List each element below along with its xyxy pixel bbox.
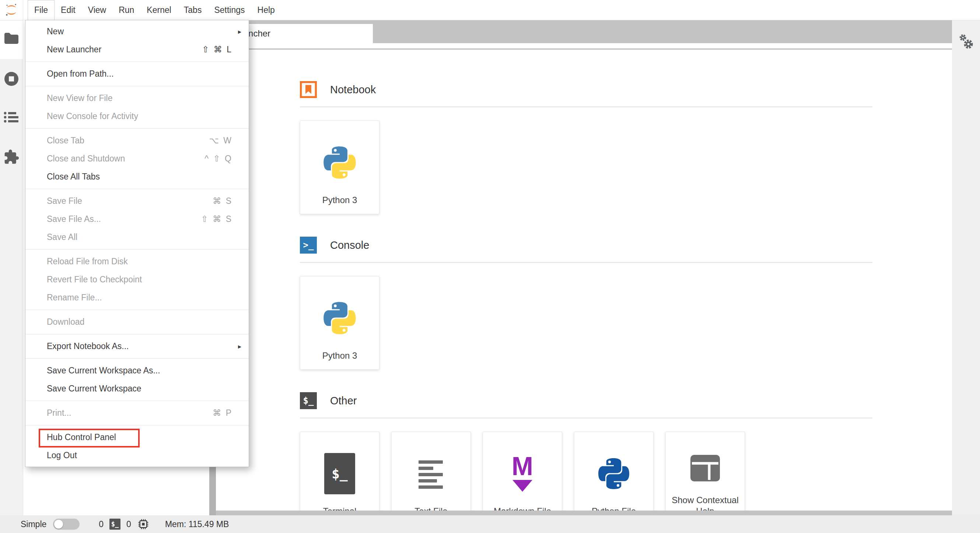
section-other-header: $_ Other	[300, 391, 872, 410]
menu-view[interactable]: View	[82, 0, 112, 20]
launcher-card-markdown-file[interactable]: M Markdown File	[483, 432, 562, 511]
python-file-icon	[595, 442, 632, 506]
menu-separator	[25, 128, 249, 129]
jupyter-logo	[0, 0, 23, 20]
submenu-arrow-icon: ▸	[238, 342, 241, 350]
notebook-icon	[300, 81, 317, 98]
menu-item-reload-file-from-disk: Reload File from Disk	[25, 252, 249, 271]
section-notebook: Notebook Python 3	[300, 80, 872, 214]
menu-separator	[25, 189, 249, 189]
menu-item-save-file-as: Save File As... ⇧ ⌘ S	[25, 210, 249, 228]
right-sidebar	[952, 20, 980, 515]
terminal-icon: $_	[300, 392, 317, 409]
menu-settings[interactable]: Settings	[208, 0, 251, 20]
section-other: $_ Other $_ Terminal	[300, 391, 872, 511]
python-logo	[321, 131, 359, 195]
property-inspector-gears-icon[interactable]	[956, 32, 976, 53]
other-cards: $_ Terminal	[300, 432, 872, 511]
menu-help[interactable]: Help	[251, 0, 281, 20]
menu-item-new-launcher[interactable]: New Launcher ⇧ ⌘ L	[25, 41, 249, 59]
section-divider	[300, 107, 872, 107]
markdown-down-arrow	[512, 480, 532, 492]
annotation-highlight-box	[39, 429, 140, 447]
menu-item-save-current-workspace-as[interactable]: Save Current Workspace As...	[25, 362, 249, 380]
menu-item-new-view-for-file: New View for File	[25, 89, 249, 107]
shortcut: ⇧ ⌘ L	[202, 45, 232, 54]
menu-items: File Edit View Run Kernel Tabs Settings …	[28, 0, 281, 20]
launcher-card-python-file[interactable]: Python File	[574, 432, 654, 511]
launcher-card-console-python3[interactable]: Python 3	[300, 276, 379, 370]
left-sidebar	[0, 20, 23, 515]
console-cards: Python 3	[300, 276, 872, 370]
card-label: Python 3	[322, 350, 357, 361]
simple-mode-toggle[interactable]	[53, 519, 80, 530]
status-bar: Simple 0 $_ 0 Mem: 115.49 MB	[0, 515, 980, 533]
kernel-terminal-counts[interactable]: 0 $_ 0	[99, 518, 150, 530]
section-other-title: Other	[330, 395, 357, 407]
card-label: Show Contextual Help	[668, 495, 742, 511]
menu-separator	[25, 310, 249, 310]
card-label: Terminal	[323, 506, 356, 511]
tab-bar-lower-band	[216, 43, 952, 49]
menu-separator	[25, 86, 249, 86]
menu-separator	[25, 249, 249, 249]
sidebar-item-extensions[interactable]	[0, 149, 23, 165]
menu-item-close-all-tabs[interactable]: Close All Tabs	[25, 168, 249, 186]
menu-tabs[interactable]: Tabs	[178, 0, 208, 20]
menu-item-new-console-for-activity: New Console for Activity	[25, 107, 249, 125]
menu-item-new[interactable]: New ▸	[25, 22, 249, 41]
menu-item-download: Download	[25, 313, 249, 331]
menu-separator	[25, 358, 249, 359]
shortcut: ^ ⇧ Q	[204, 154, 232, 164]
sidebar-item-file-browser[interactable]	[0, 32, 23, 45]
menu-item-save-all: Save All	[25, 228, 249, 246]
menu-item-close-and-shutdown: Close and Shutdown ^ ⇧ Q	[25, 150, 249, 168]
section-console: >_ Console Py	[300, 236, 872, 370]
jupyterlab-window: File Edit View Run Kernel Tabs Settings …	[0, 0, 980, 533]
menu-item-hub-control-panel[interactable]: Hub Control Panel	[25, 428, 249, 446]
shortcut: ⌥ W	[209, 136, 232, 145]
markdown-icon: M	[512, 442, 533, 506]
launcher-panel: Notebook Python 3	[216, 49, 952, 511]
terminal-icon: $_	[324, 442, 355, 506]
terminal-count-icon: $_	[110, 519, 121, 530]
menu-separator	[25, 334, 249, 334]
menu-run[interactable]: Run	[112, 0, 140, 20]
shortcut: ⌘ P	[213, 408, 232, 418]
section-divider	[300, 262, 872, 263]
terminal-count: 0	[99, 519, 103, 529]
launcher-card-notebook-python3[interactable]: Python 3	[300, 121, 379, 214]
section-console-title: Console	[330, 239, 369, 251]
folder-icon	[4, 32, 19, 45]
menu-item-open-from-path[interactable]: Open from Path...	[25, 65, 249, 83]
section-notebook-title: Notebook	[330, 84, 376, 96]
kernel-count: 0	[126, 519, 131, 529]
card-label: Text File	[414, 506, 447, 511]
puzzle-icon	[3, 149, 19, 165]
launcher-card-terminal[interactable]: $_ Terminal	[300, 432, 379, 511]
terminal-icon-glyph: $_	[303, 396, 314, 406]
launcher-card-text-file[interactable]: Text File	[391, 432, 471, 511]
submenu-arrow-icon: ▸	[238, 27, 241, 35]
menu-item-save-file: Save File ⌘ S	[25, 192, 249, 210]
launcher-content: Notebook Python 3	[216, 49, 872, 511]
menu-edit[interactable]: Edit	[54, 0, 82, 20]
file-menu-dropdown: New ▸ New Launcher ⇧ ⌘ L Open from Path.…	[25, 20, 249, 467]
menu-kernel[interactable]: Kernel	[140, 0, 177, 20]
memory-usage: Mem: 115.49 MB	[165, 519, 229, 529]
launcher-bottom-strip	[216, 511, 952, 515]
menu-item-log-out[interactable]: Log Out	[25, 446, 249, 464]
menu-item-export-notebook-as[interactable]: Export Notebook As... ▸	[25, 337, 249, 355]
sidebar-item-table-of-contents[interactable]	[0, 110, 23, 124]
menu-item-save-current-workspace[interactable]: Save Current Workspace	[25, 380, 249, 398]
kernel-chip-icon	[137, 518, 150, 530]
launcher-card-show-contextual-help[interactable]: Show Contextual Help	[665, 432, 745, 511]
contextual-help-icon	[687, 442, 724, 495]
stop-circle-icon	[3, 71, 19, 87]
list-icon	[3, 110, 19, 124]
console-icon-glyph: >_	[303, 240, 314, 250]
notebook-cards: Python 3	[300, 121, 872, 214]
sidebar-item-running-kernels[interactable]	[0, 71, 23, 87]
shortcut: ⌘ S	[213, 196, 232, 206]
menu-file[interactable]: File	[28, 0, 54, 20]
